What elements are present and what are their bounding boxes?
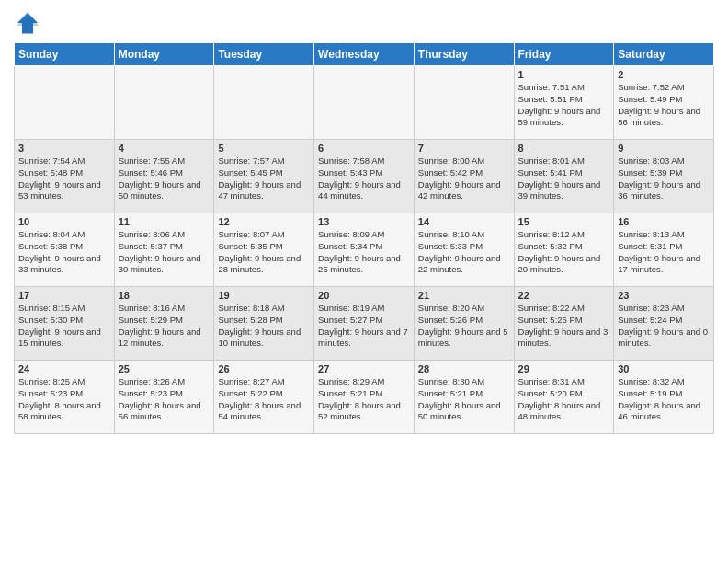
day-cell: 24Sunrise: 8:25 AMSunset: 5:23 PMDayligh… [15,361,115,434]
cell-content: Sunrise: 8:18 AMSunset: 5:28 PMDaylight:… [218,303,310,350]
cell-content: Sunrise: 7:55 AMSunset: 5:46 PMDaylight:… [119,155,210,202]
day-number: 13 [318,216,410,227]
col-header-saturday: Saturday [614,43,714,66]
cell-content: Sunrise: 8:15 AMSunset: 5:30 PMDaylight:… [18,303,110,350]
day-cell: 11Sunrise: 8:06 AMSunset: 5:37 PMDayligh… [114,213,214,287]
sunrise-text: Sunrise: 8:13 AM [618,229,684,239]
day-cell: 27Sunrise: 8:29 AMSunset: 5:21 PMDayligh… [314,361,415,434]
sunrise-text: Sunrise: 8:25 AM [18,376,85,386]
sunset-text: Sunset: 5:46 PM [119,167,183,178]
cell-content: Sunrise: 8:04 AMSunset: 5:38 PMDaylight:… [18,229,110,276]
cell-content: Sunrise: 8:27 AMSunset: 5:22 PMDaylight:… [218,376,310,423]
daylight-text: Daylight: 9 hours and 53 minutes. [18,179,101,201]
daylight-text: Daylight: 8 hours and 46 minutes. [618,400,700,422]
sunset-text: Sunset: 5:26 PM [418,315,483,325]
daylight-text: Daylight: 9 hours and 22 minutes. [418,253,501,275]
sunset-text: Sunset: 5:29 PM [119,315,183,325]
day-cell: 26Sunrise: 8:27 AMSunset: 5:22 PMDayligh… [214,361,314,434]
sunset-text: Sunset: 5:23 PM [18,388,83,398]
sunset-text: Sunset: 5:19 PM [618,388,682,398]
daylight-text: Daylight: 9 hours and 7 minutes. [318,327,408,349]
day-number: 14 [418,216,510,227]
daylight-text: Daylight: 9 hours and 20 minutes. [518,253,601,275]
sunrise-text: Sunrise: 8:23 AM [618,303,684,313]
sunset-text: Sunset: 5:43 PM [318,167,382,178]
sunset-text: Sunset: 5:37 PM [119,241,183,251]
week-row-5: 24Sunrise: 8:25 AMSunset: 5:23 PMDayligh… [15,361,714,434]
day-cell: 2Sunrise: 7:52 AMSunset: 5:49 PMDaylight… [614,66,714,140]
sunset-text: Sunset: 5:21 PM [318,388,382,398]
sunrise-text: Sunrise: 8:32 AM [618,376,684,386]
cell-content: Sunrise: 8:20 AMSunset: 5:26 PMDaylight:… [418,303,510,350]
sunset-text: Sunset: 5:34 PM [318,241,382,251]
cell-content: Sunrise: 8:29 AMSunset: 5:21 PMDaylight:… [318,376,410,423]
sunrise-text: Sunrise: 8:01 AM [518,155,585,166]
day-cell: 17Sunrise: 8:15 AMSunset: 5:30 PMDayligh… [15,287,115,361]
daylight-text: Daylight: 9 hours and 5 minutes. [418,327,508,349]
day-cell: 7Sunrise: 8:00 AMSunset: 5:42 PMDaylight… [414,140,514,213]
col-header-sunday: Sunday [15,43,115,66]
day-number: 25 [119,363,210,374]
sunset-text: Sunset: 5:31 PM [618,241,682,251]
sunset-text: Sunset: 5:32 PM [518,241,583,251]
cell-content: Sunrise: 8:10 AMSunset: 5:33 PMDaylight:… [418,229,510,276]
week-row-2: 3Sunrise: 7:54 AMSunset: 5:48 PMDaylight… [15,140,714,213]
header [14,9,714,37]
cell-content: Sunrise: 8:00 AMSunset: 5:42 PMDaylight:… [418,155,510,202]
sunrise-text: Sunrise: 8:19 AM [318,303,384,313]
day-cell: 23Sunrise: 8:23 AMSunset: 5:24 PMDayligh… [614,287,714,361]
header-row: SundayMondayTuesdayWednesdayThursdayFrid… [15,43,714,66]
sunset-text: Sunset: 5:41 PM [518,167,583,178]
day-cell: 13Sunrise: 8:09 AMSunset: 5:34 PMDayligh… [314,213,415,287]
sunset-text: Sunset: 5:39 PM [618,167,682,178]
day-cell: 16Sunrise: 8:13 AMSunset: 5:31 PMDayligh… [614,213,714,287]
cell-content: Sunrise: 8:16 AMSunset: 5:29 PMDaylight:… [119,303,210,350]
day-cell: 3Sunrise: 7:54 AMSunset: 5:48 PMDaylight… [15,140,115,213]
week-row-4: 17Sunrise: 8:15 AMSunset: 5:30 PMDayligh… [15,287,714,361]
daylight-text: Daylight: 9 hours and 3 minutes. [518,327,609,349]
daylight-text: Daylight: 9 hours and 47 minutes. [218,179,301,201]
sunset-text: Sunset: 5:28 PM [218,315,282,325]
day-number: 29 [518,363,610,374]
sunset-text: Sunset: 5:23 PM [119,388,183,398]
daylight-text: Daylight: 8 hours and 58 minutes. [18,400,101,422]
day-number: 30 [618,363,710,374]
day-number: 9 [618,143,710,154]
day-number: 21 [418,290,510,301]
day-number: 8 [518,143,610,154]
daylight-text: Daylight: 9 hours and 30 minutes. [119,253,201,275]
page-container: SundayMondayTuesdayWednesdayThursdayFrid… [0,0,728,443]
cell-content: Sunrise: 8:01 AMSunset: 5:41 PMDaylight:… [518,155,610,202]
cell-content: Sunrise: 7:52 AMSunset: 5:49 PMDaylight:… [618,82,710,129]
col-header-wednesday: Wednesday [314,43,415,66]
sunrise-text: Sunrise: 7:52 AM [618,82,684,92]
cell-content: Sunrise: 8:07 AMSunset: 5:35 PMDaylight:… [218,229,310,276]
day-cell [15,66,115,140]
day-cell: 22Sunrise: 8:22 AMSunset: 5:25 PMDayligh… [514,287,614,361]
day-cell [114,66,214,140]
daylight-text: Daylight: 8 hours and 56 minutes. [119,400,201,422]
day-cell: 10Sunrise: 8:04 AMSunset: 5:38 PMDayligh… [15,213,115,287]
daylight-text: Daylight: 9 hours and 56 minutes. [618,106,700,128]
day-cell: 5Sunrise: 7:57 AMSunset: 5:45 PMDaylight… [214,140,314,213]
day-number: 12 [218,216,310,227]
day-number: 4 [119,143,210,154]
sunset-text: Sunset: 5:22 PM [218,388,282,398]
sunrise-text: Sunrise: 8:27 AM [218,376,284,386]
sunrise-text: Sunrise: 8:31 AM [518,376,585,386]
cell-content: Sunrise: 8:32 AMSunset: 5:19 PMDaylight:… [618,376,710,423]
sunrise-text: Sunrise: 8:00 AM [418,155,484,166]
day-cell: 1Sunrise: 7:51 AMSunset: 5:51 PMDaylight… [514,66,614,140]
day-number: 5 [218,143,310,154]
cell-content: Sunrise: 8:03 AMSunset: 5:39 PMDaylight:… [618,155,710,202]
sunrise-text: Sunrise: 7:51 AM [518,82,585,92]
sunrise-text: Sunrise: 7:55 AM [119,155,185,166]
sunset-text: Sunset: 5:35 PM [218,241,282,251]
cell-content: Sunrise: 8:26 AMSunset: 5:23 PMDaylight:… [119,376,210,423]
sunrise-text: Sunrise: 8:07 AM [218,229,284,239]
day-number: 6 [318,143,410,154]
sunset-text: Sunset: 5:27 PM [318,315,382,325]
day-cell [214,66,314,140]
day-number: 15 [518,216,610,227]
cell-content: Sunrise: 8:31 AMSunset: 5:20 PMDaylight:… [518,376,610,423]
